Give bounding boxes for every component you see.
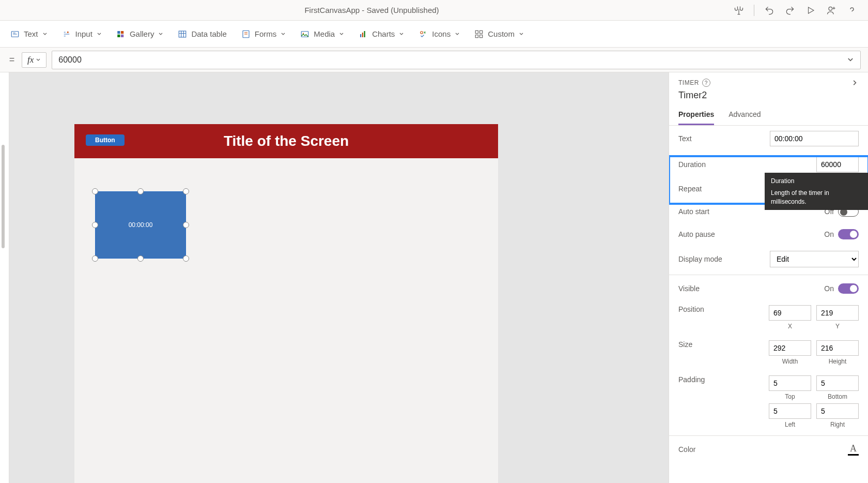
prop-duration-input[interactable] bbox=[816, 157, 859, 172]
prop-text: Text bbox=[669, 126, 868, 152]
fx-icon: fx bbox=[27, 55, 34, 65]
tab-properties[interactable]: Properties bbox=[678, 110, 714, 125]
ribbon-text[interactable]: Text bbox=[10, 29, 48, 39]
insert-ribbon: Text Input Gallery Data table Forms Medi… bbox=[0, 21, 868, 48]
prop-label: Auto pause bbox=[678, 230, 715, 238]
control-name: Timer2 bbox=[678, 90, 859, 101]
resize-handle[interactable] bbox=[92, 222, 98, 228]
resize-handle[interactable] bbox=[92, 255, 98, 262]
canvas-area[interactable]: Button Title of the Screen 00:00:00 bbox=[9, 72, 669, 483]
svg-rect-12 bbox=[362, 33, 363, 37]
ribbon-input[interactable]: Input bbox=[62, 29, 102, 39]
sub-label: Width bbox=[782, 358, 798, 365]
gallery-icon bbox=[116, 29, 126, 39]
svg-rect-5 bbox=[117, 34, 120, 37]
resize-handle[interactable] bbox=[137, 255, 144, 262]
control-type-label: TIMER bbox=[678, 79, 699, 86]
screen-header: Button Title of the Screen bbox=[74, 124, 498, 158]
svg-rect-15 bbox=[475, 31, 478, 33]
scrollbar-thumb[interactable] bbox=[2, 145, 5, 248]
svg-rect-4 bbox=[121, 31, 123, 34]
ribbon-media[interactable]: Media bbox=[300, 29, 344, 39]
ribbon-label: Data table bbox=[191, 29, 226, 38]
prop-autopause: Auto pause On bbox=[669, 223, 868, 246]
padding-top-input[interactable] bbox=[769, 375, 811, 391]
undo-icon[interactable] bbox=[764, 5, 775, 16]
prop-position: Position X Y bbox=[669, 300, 868, 335]
visible-toggle[interactable]: On bbox=[824, 283, 859, 294]
resize-handle[interactable] bbox=[137, 188, 144, 194]
size-height-input[interactable] bbox=[816, 340, 859, 356]
autopause-toggle[interactable]: On bbox=[824, 229, 859, 239]
tooltip-title: Duration bbox=[771, 177, 862, 186]
ribbon-gallery[interactable]: Gallery bbox=[116, 29, 164, 39]
screen-canvas[interactable]: Button Title of the Screen 00:00:00 bbox=[74, 124, 498, 483]
left-rail bbox=[0, 72, 9, 483]
expand-formula-icon[interactable] bbox=[847, 56, 854, 64]
resize-handle[interactable] bbox=[183, 188, 189, 194]
font-color-icon[interactable]: A bbox=[848, 443, 859, 456]
redo-icon[interactable] bbox=[784, 5, 796, 16]
chevron-down-icon bbox=[281, 32, 286, 37]
sub-label: Top bbox=[785, 393, 795, 400]
svg-point-0 bbox=[829, 7, 832, 10]
help-icon[interactable]: ? bbox=[702, 79, 710, 87]
toggle-label: On bbox=[824, 230, 834, 238]
help-icon[interactable] bbox=[846, 5, 858, 16]
formula-input[interactable]: 60000 bbox=[52, 51, 861, 69]
ribbon-custom[interactable]: Custom bbox=[474, 29, 524, 39]
charts-icon bbox=[359, 29, 368, 39]
app-checker-icon[interactable] bbox=[733, 5, 745, 16]
svg-rect-16 bbox=[480, 31, 483, 33]
ribbon-datatable[interactable]: Data table bbox=[178, 29, 226, 39]
properties-panel: TIMER ? Timer2 Properties Advanced Text … bbox=[669, 72, 868, 483]
position-x-input[interactable] bbox=[769, 305, 811, 321]
header-button[interactable]: Button bbox=[86, 134, 125, 146]
ribbon-forms[interactable]: Forms bbox=[241, 29, 286, 39]
svg-rect-6 bbox=[121, 34, 123, 37]
svg-rect-17 bbox=[475, 35, 478, 37]
resize-handle[interactable] bbox=[92, 188, 98, 194]
padding-bottom-input[interactable] bbox=[816, 375, 859, 391]
duration-tooltip: Duration Length of the timer in millisec… bbox=[765, 173, 868, 210]
prop-label: Size bbox=[678, 340, 692, 349]
resize-handle[interactable] bbox=[183, 255, 189, 262]
size-width-input[interactable] bbox=[769, 340, 811, 356]
tooltip-body: Length of the timer in milliseconds. bbox=[771, 189, 862, 206]
tab-advanced[interactable]: Advanced bbox=[729, 110, 761, 125]
ribbon-label: Gallery bbox=[130, 29, 154, 38]
ribbon-label: Charts bbox=[372, 29, 395, 38]
divider bbox=[669, 435, 868, 436]
chevron-down-icon bbox=[399, 32, 404, 37]
ribbon-charts[interactable]: Charts bbox=[359, 29, 404, 39]
position-y-input[interactable] bbox=[816, 305, 859, 321]
sub-label: Left bbox=[785, 421, 795, 428]
sub-label: X bbox=[788, 323, 792, 330]
prop-color: Color A bbox=[669, 438, 868, 461]
sub-label: Right bbox=[830, 421, 845, 428]
chevron-down-icon bbox=[42, 32, 48, 37]
timer-control[interactable]: 00:00:00 bbox=[95, 191, 186, 259]
chevron-right-icon[interactable] bbox=[851, 79, 859, 86]
padding-right-input[interactable] bbox=[816, 403, 859, 419]
prop-label: Text bbox=[678, 134, 692, 143]
prop-label: Repeat bbox=[678, 185, 702, 193]
sub-label: Height bbox=[829, 358, 847, 365]
sub-label: Y bbox=[835, 323, 840, 330]
play-icon[interactable] bbox=[805, 5, 816, 16]
svg-rect-13 bbox=[364, 31, 365, 37]
ribbon-icons[interactable]: Icons bbox=[419, 29, 460, 39]
padding-left-input[interactable] bbox=[769, 403, 811, 419]
ribbon-label: Text bbox=[24, 29, 38, 38]
prop-size: Size Width Height bbox=[669, 335, 868, 370]
toggle-label: On bbox=[824, 284, 834, 293]
prop-padding: Padding Top Bottom bbox=[669, 370, 868, 433]
share-icon[interactable] bbox=[826, 5, 837, 16]
fx-selector[interactable]: fx bbox=[22, 52, 47, 68]
sub-label: Bottom bbox=[828, 393, 847, 400]
text-icon bbox=[10, 29, 20, 39]
displaymode-select[interactable]: Edit bbox=[770, 251, 859, 267]
prop-label: Visible bbox=[678, 284, 700, 293]
resize-handle[interactable] bbox=[183, 222, 189, 228]
prop-text-input[interactable] bbox=[770, 131, 859, 146]
